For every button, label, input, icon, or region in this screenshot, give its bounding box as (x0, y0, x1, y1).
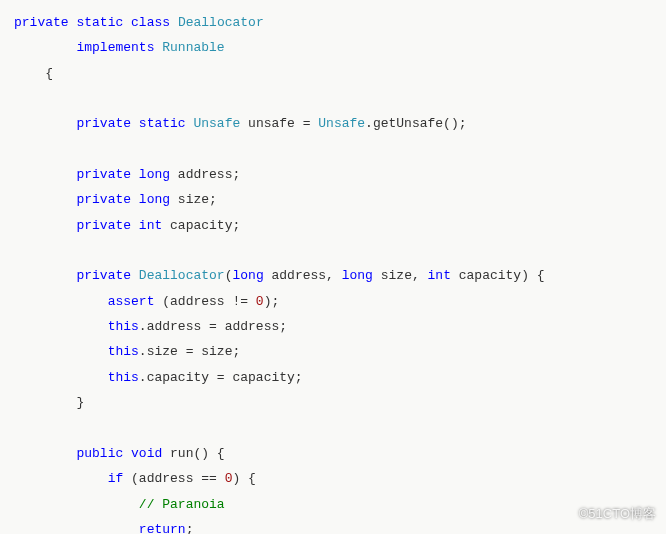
code-token: private (76, 116, 131, 131)
code-token (131, 192, 139, 207)
code-token (14, 40, 76, 55)
code-token: address, (264, 268, 342, 283)
code-token: (address != (154, 294, 255, 309)
code-token: Unsafe (318, 116, 365, 131)
code-token: size, (373, 268, 428, 283)
code-token: private (76, 167, 131, 182)
code-token: // Paranoia (139, 497, 225, 512)
code-token: unsafe = (240, 116, 318, 131)
code-token: static (76, 15, 123, 30)
code-token: if (108, 471, 124, 486)
code-token (131, 116, 139, 131)
code-token: long (139, 192, 170, 207)
code-token: ) { (232, 471, 255, 486)
code-token: .size = size; (139, 344, 240, 359)
code-token: capacity) { (451, 268, 545, 283)
code-token: public (76, 446, 123, 461)
code-token: static (139, 116, 186, 131)
code-token: { (14, 66, 53, 81)
code-token: long (232, 268, 263, 283)
code-token (14, 294, 108, 309)
code-token (14, 446, 76, 461)
code-token: Runnable (162, 40, 224, 55)
code-token: this (108, 370, 139, 385)
code-token: ; (186, 522, 194, 534)
code-token: void (131, 446, 162, 461)
code-token: .address = address; (139, 319, 287, 334)
code-token: long (139, 167, 170, 182)
code-token: this (108, 344, 139, 359)
code-token: private (14, 15, 69, 30)
code-token: size; (170, 192, 217, 207)
code-token (14, 319, 108, 334)
code-token: int (139, 218, 162, 233)
code-token: implements (76, 40, 154, 55)
code-token (14, 522, 139, 534)
code-token: .getUnsafe(); (365, 116, 466, 131)
code-token: (address == (123, 471, 224, 486)
code-token: return (139, 522, 186, 534)
code-token (131, 268, 139, 283)
code-token (131, 218, 139, 233)
code-token: address; (170, 167, 240, 182)
code-token: capacity; (162, 218, 240, 233)
code-token: private (76, 192, 131, 207)
code-token (14, 497, 139, 512)
code-token: private (76, 268, 131, 283)
code-token (123, 15, 131, 30)
code-token: this (108, 319, 139, 334)
code-token: Unsafe (193, 116, 240, 131)
code-token (123, 446, 131, 461)
code-token: long (342, 268, 373, 283)
code-token: int (428, 268, 451, 283)
code-token (14, 268, 76, 283)
code-token: run() { (162, 446, 224, 461)
code-token (14, 370, 108, 385)
code-token: 0 (256, 294, 264, 309)
code-token: ); (264, 294, 280, 309)
code-token (14, 471, 108, 486)
code-token: } (14, 395, 84, 410)
code-token (14, 116, 76, 131)
code-block: private static class Deallocator impleme… (14, 10, 652, 534)
code-token: assert (108, 294, 155, 309)
code-token: Deallocator (178, 15, 264, 30)
code-token (14, 218, 76, 233)
code-token: .capacity = capacity; (139, 370, 303, 385)
code-token (14, 344, 108, 359)
code-token (170, 15, 178, 30)
code-token: private (76, 218, 131, 233)
code-token (131, 167, 139, 182)
code-token: Deallocator (139, 268, 225, 283)
code-token (14, 167, 76, 182)
code-token: class (131, 15, 170, 30)
watermark-text: ©51CTO博客 (579, 501, 656, 526)
code-token (14, 192, 76, 207)
